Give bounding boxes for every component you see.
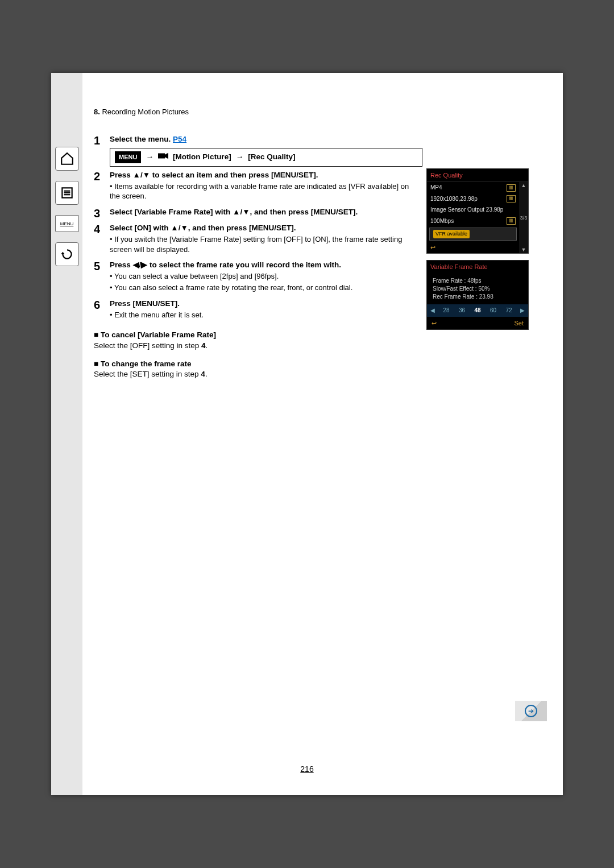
home-icon[interactable] bbox=[55, 147, 79, 171]
ss2-title: Variable Frame Rate bbox=[427, 261, 528, 274]
svg-rect-4 bbox=[158, 154, 165, 159]
step-1: 1 Select the menu. P54 MENU → [Motion Pi… bbox=[94, 134, 420, 167]
set-label: Set bbox=[514, 319, 524, 328]
t: Select [Variable Frame Rate] with bbox=[110, 208, 233, 216]
menu-chip-icon: MENU bbox=[115, 151, 141, 163]
manual-page: MENU 8. Recording Motion Pictures Rec Qu… bbox=[51, 73, 563, 795]
next-page-corner[interactable]: ➔ bbox=[515, 701, 547, 721]
step-3: 3 Select [Variable Frame Rate] with ▲/▼,… bbox=[94, 207, 420, 220]
bullet: If you switch the [Variable Frame Rate] … bbox=[110, 234, 420, 254]
step-4: 4 Select [ON] with ▲/▼, and then press [… bbox=[94, 223, 420, 257]
ss1-title: Rec Quality bbox=[427, 169, 528, 183]
ss1-r4: 100Mbps bbox=[430, 217, 454, 225]
ss2-body: Frame Rate : 48fps Slow/Fast Effect : 50… bbox=[427, 274, 528, 304]
up-down-icon: ▲/▼ bbox=[133, 170, 150, 180]
step-6: 6 Press [MENU/SET]. Exit the menu after … bbox=[94, 299, 420, 323]
t: to select the frame rate you will record… bbox=[147, 261, 341, 269]
dot: . bbox=[205, 370, 208, 378]
menu-path-1: [Motion Picture] bbox=[173, 152, 231, 162]
up-arrow-icon: ▲ bbox=[521, 182, 526, 189]
ss2-l3: Rec Frame Rate : 23.98 bbox=[433, 293, 522, 301]
up-down-icon: ▲/▼ bbox=[233, 207, 250, 217]
step-num: 1 bbox=[94, 134, 110, 147]
ss1-r2: 1920x1080,23.98p bbox=[430, 195, 478, 203]
step-2: 2 Press ▲/▼ to select an item and then p… bbox=[94, 170, 420, 204]
bullet: Items available for recording with a var… bbox=[110, 181, 420, 201]
section-num: 8. bbox=[94, 108, 100, 116]
vfr-highlight: VFR available bbox=[433, 230, 470, 238]
change-text: Select the [SET] setting in step bbox=[94, 370, 201, 378]
back-glyph-icon: ↩ bbox=[430, 244, 435, 251]
content: 8. Recording Motion Pictures Rec Quality… bbox=[94, 107, 529, 379]
back-glyph-icon: ↩ bbox=[432, 319, 437, 328]
frame-rate-scale: ◀ 28 36 48 60 72 ▶ bbox=[427, 304, 528, 317]
change-step: 4 bbox=[201, 370, 205, 378]
section-title: Recording Motion Pictures bbox=[102, 108, 188, 116]
change-section: To change the frame rate Select the [SET… bbox=[94, 359, 529, 379]
cancel-text: Select the [OFF] setting in step bbox=[94, 341, 201, 350]
t: to select an item and then press [MENU/S… bbox=[150, 171, 318, 179]
nav-right-icon: ▶ bbox=[520, 307, 525, 315]
badge-icon: ▦ bbox=[507, 184, 516, 192]
ss1-page: 3/3 bbox=[520, 214, 528, 221]
cancel-section: To cancel [Variable Frame Rate] Select t… bbox=[94, 330, 529, 350]
page-number: 216 bbox=[51, 764, 563, 774]
svg-marker-5 bbox=[165, 153, 168, 159]
scale-val: 72 bbox=[504, 307, 513, 315]
page-number-value: 216 bbox=[300, 764, 313, 774]
menu-path-2: [Rec Quality] bbox=[248, 152, 295, 162]
t: , and then press [MENU/SET]. bbox=[250, 208, 358, 216]
sidebar: MENU bbox=[51, 73, 82, 795]
up-down-icon: ▲/▼ bbox=[171, 223, 188, 233]
arrow-icon: → bbox=[146, 152, 154, 162]
menu-label: MENU bbox=[60, 221, 74, 226]
step-title: Select the menu. bbox=[110, 135, 171, 143]
step-num: 4 bbox=[94, 223, 110, 235]
t: Press bbox=[110, 261, 133, 269]
ss1-r3: Image Sensor Output 23.98p bbox=[430, 206, 503, 214]
cancel-step: 4 bbox=[201, 341, 206, 350]
scale-val-selected: 48 bbox=[473, 307, 482, 315]
step-num: 6 bbox=[94, 299, 110, 311]
down-arrow-icon: ▼ bbox=[521, 246, 526, 253]
change-heading: To change the frame rate bbox=[94, 359, 529, 369]
t: Select [ON] with bbox=[110, 224, 171, 232]
arrow-icon: → bbox=[236, 152, 244, 162]
scale-val: 28 bbox=[442, 307, 450, 315]
scale-val: 36 bbox=[458, 307, 466, 315]
menu-path: MENU → [Motion Picture] → [Rec Quality] bbox=[110, 148, 422, 167]
page-link[interactable]: P54 bbox=[173, 135, 186, 143]
camera-icon bbox=[158, 152, 168, 162]
left-right-icon: ◀/▶ bbox=[133, 260, 148, 270]
t: , and then press [MENU/SET]. bbox=[188, 224, 296, 232]
toc-icon[interactable] bbox=[55, 181, 79, 205]
vfr-screenshot: Variable Frame Rate Frame Rate : 48fps S… bbox=[426, 260, 529, 330]
badge-icon: ▦ bbox=[507, 195, 516, 202]
breadcrumb: 8. Recording Motion Pictures bbox=[94, 107, 529, 117]
step-num: 3 bbox=[94, 207, 110, 220]
nav-left-icon: ◀ bbox=[430, 307, 435, 315]
badge-icon: ▦ bbox=[507, 217, 516, 225]
bullet: You can select a value between [2fps] an… bbox=[110, 271, 420, 282]
ss2-l1: Frame Rate : 48fps bbox=[433, 277, 522, 285]
back-icon[interactable] bbox=[55, 242, 79, 266]
next-arrow-icon: ➔ bbox=[525, 705, 537, 717]
scale-val: 60 bbox=[489, 307, 497, 315]
cancel-heading: To cancel [Variable Frame Rate] bbox=[94, 330, 529, 340]
step-5: 5 Press ◀/▶ to select the frame rate you… bbox=[94, 260, 420, 295]
rec-quality-screenshot: Rec Quality MP4▦ 1920x1080,23.98p▦ Image… bbox=[426, 168, 529, 254]
menu-icon[interactable]: MENU bbox=[55, 215, 79, 232]
ss2-l2: Slow/Fast Effect : 50% bbox=[433, 285, 522, 293]
step-num: 2 bbox=[94, 170, 110, 183]
t: Press bbox=[110, 171, 133, 179]
ss1-r1: MP4 bbox=[430, 184, 442, 192]
bullet: You can also select a frame rate by rota… bbox=[110, 283, 420, 293]
step-title: Press [MENU/SET]. bbox=[110, 299, 180, 308]
ss1-pager: ▲ 3/3 ▼ bbox=[519, 182, 528, 253]
bullet: Exit the menu after it is set. bbox=[110, 310, 420, 320]
dot: . bbox=[206, 341, 208, 350]
step-num: 5 bbox=[94, 260, 110, 272]
